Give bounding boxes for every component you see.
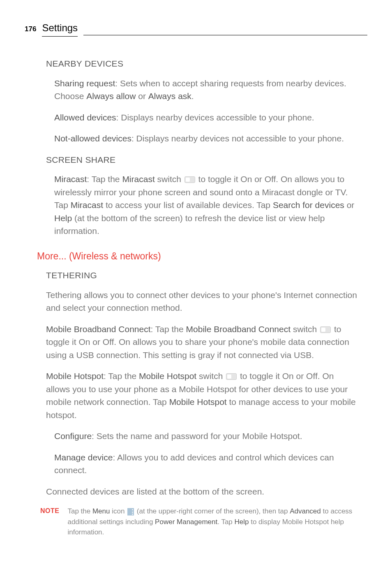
mbc-label: Mobile Broadband Connect [46, 324, 151, 334]
miracast-label: Miracast [54, 174, 87, 184]
note-text: Tap the Menu icon (at the upper-right co… [67, 506, 359, 538]
toggle-switch-icon [226, 373, 237, 380]
always-ask-option: Always ask [148, 91, 191, 101]
text: to access your list of available devices… [103, 200, 273, 210]
text: : Tap the [87, 174, 122, 184]
not-allowed-devices-label: Not-allowed devices [54, 134, 131, 143]
mh-bold-2: Mobile Hotspot [169, 397, 227, 407]
miracast-para: Miracast: Tap the Miracast switch to tog… [54, 173, 359, 238]
advanced-bold: Advanced [290, 507, 321, 515]
miracast-bold: Miracast [122, 174, 154, 184]
menu-bold: Menu [92, 507, 110, 515]
manage-device-label: Manage device [54, 453, 113, 462]
header-rule [83, 35, 367, 35]
tethering-heading: TETHERING [46, 269, 367, 282]
screen-share-heading: SCREEN SHARE [46, 153, 367, 166]
not-allowed-devices-para: Not-allowed devices: Displays nearby dev… [54, 132, 359, 145]
note-block: NOTE Tap the Menu icon (at the upper-rig… [40, 506, 359, 538]
mobile-hotspot-para: Mobile Hotspot: Tap the Mobile Hotspot s… [46, 370, 359, 421]
toggle-switch-icon [320, 326, 331, 333]
text: switch [291, 324, 319, 334]
text: . [191, 91, 194, 101]
allowed-devices-para: Allowed devices: Displays nearby devices… [54, 111, 359, 124]
text: (at the upper-right corner of the screen… [135, 507, 290, 515]
page-title: Settings [42, 21, 78, 37]
page-header: 176 Settings [25, 21, 367, 37]
connected-devices-para: Connected devices are listed at the bott… [46, 485, 359, 498]
configure-para: Configure: Sets the name and password fo… [54, 430, 359, 443]
manage-device-para: Manage device: Allows you to add devices… [54, 451, 359, 477]
tethering-intro: Tethering allows you to connect other de… [46, 289, 359, 314]
text: . Tap [217, 518, 234, 526]
text: Tap the [67, 507, 92, 515]
mh-bold: Mobile Hotspot [139, 371, 196, 381]
toggle-switch-icon [184, 176, 195, 183]
sharing-request-label: Sharing request [54, 79, 115, 88]
mbc-bold: Mobile Broadband Connect [186, 324, 291, 334]
always-allow-option: Always allow [86, 91, 136, 101]
text: icon [110, 507, 127, 515]
text: or [136, 91, 148, 101]
text: : Tap the [104, 371, 139, 381]
text: : Tap the [151, 324, 186, 334]
text: or [344, 200, 355, 210]
text: switch [155, 174, 184, 184]
text: switch [196, 371, 225, 381]
note-label: NOTE [40, 506, 59, 538]
sharing-request-para: Sharing request: Sets when to accept sha… [54, 77, 359, 103]
miracast-bold-2: Miracast [71, 200, 103, 210]
power-mgmt-bold: Power Management [155, 518, 217, 526]
text: : Sets the name and password for your Mo… [92, 431, 302, 441]
mh-label: Mobile Hotspot [46, 371, 104, 381]
configure-label: Configure [54, 431, 92, 441]
more-wireless-networks-heading: More... (Wireless & networks) [37, 249, 367, 264]
text: (at the bottom of the screen) to refresh… [54, 213, 325, 236]
text: : Displays nearby devices accessible to … [116, 113, 314, 122]
search-devices-bold: Search for devices [273, 200, 344, 210]
allowed-devices-label: Allowed devices [54, 113, 116, 122]
help-bold: Help [54, 213, 72, 223]
help-bold: Help [235, 518, 249, 526]
page-number: 176 [25, 24, 36, 35]
nearby-devices-heading: NEARBY DEVICES [46, 57, 367, 70]
menu-icon [127, 508, 134, 515]
mobile-broadband-connect-para: Mobile Broadband Connect: Tap the Mobile… [46, 323, 359, 362]
text: : Displays nearby devices not accessible… [131, 134, 344, 143]
